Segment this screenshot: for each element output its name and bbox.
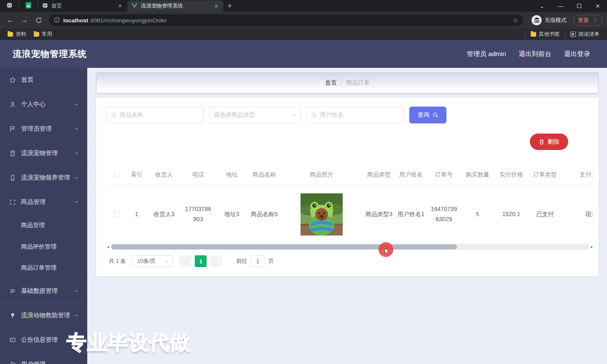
forward-icon[interactable]: → [19,14,30,26]
sidebar-item-label: 流浪宠物领养管理 [21,174,70,182]
scrollbar-track[interactable] [110,244,589,250]
incognito-icon [532,15,542,25]
close-tab-icon[interactable]: ✕ [117,3,123,9]
scrollbar-thumb[interactable] [111,244,457,249]
column-header: 商品照片 [280,164,363,186]
maximize-icon[interactable] [570,0,588,12]
vue-icon [132,3,137,10]
sidebar-item-admin-mgmt[interactable]: 管理员管理 [0,117,87,141]
bookmark-label: 资料 [16,31,26,38]
close-tab-icon[interactable]: ✕ [213,3,219,9]
adoption-doc-icon [9,174,16,181]
column-header: 索引 [126,164,147,186]
browser-toolbar: ← → localhost :8081/#/chongwuyongpinOrde… [0,12,607,29]
reload-icon[interactable] [33,14,45,26]
horizontal-scrollbar[interactable]: ◂ ▸ [107,244,593,250]
sidebar-subitem-label: 商品评价管理 [21,243,56,251]
scroll-left-icon[interactable]: ◂ [107,245,110,249]
watermark-text: 专业毕设代做 [67,329,191,356]
bookmark-folder-1[interactable]: 资料 [5,31,29,38]
cell-order-type: 已支付 [528,186,562,243]
delete-button[interactable]: 删除 [530,134,568,150]
product-type-select[interactable]: 请选择商品类型 [209,107,301,123]
bookmark-label: 常用 [42,31,52,38]
bookmark-folder-2[interactable]: 常用 [31,31,55,38]
prev-page-button[interactable]: ‹ [180,255,191,267]
search-icon [432,112,438,118]
table-row: 1 收货人3 17703786903 地址3 商品名称5 [107,186,593,243]
pinned-tab-2[interactable] [19,0,38,12]
users-icon [9,361,16,364]
address-bar[interactable]: localhost :8081/#/chongwuyongpinOrder ☆ [49,14,523,26]
reading-list[interactable]: 阅读清单 [568,31,602,38]
goto-page-input[interactable]: 1 [250,255,265,267]
tab-home[interactable]: 首页 ✕ [38,0,127,12]
product-name-input[interactable]: 商品名称 [106,107,204,123]
sidebar-item-label: 个人中心 [21,100,46,108]
sidebar-subitem-product-mgmt[interactable]: 商品管理 [0,214,87,236]
exit-to-front-link[interactable]: 退出到前台 [519,50,552,59]
scroll-right-icon[interactable]: ▸ [589,245,593,249]
sidebar-item-personal-center[interactable]: 个人中心 [0,92,87,117]
breadcrumb-home-link[interactable]: 首页 [325,79,337,87]
globe-icon [42,3,48,10]
user-name-input[interactable]: 用户姓名 [306,107,404,123]
column-header: 商品类型 [363,164,395,186]
pinned-tab-1[interactable] [0,0,19,12]
cell-pay-method: 现金 [562,186,593,243]
sidebar-item-base-data-mgmt[interactable]: 基础数据管理 [0,279,87,303]
back-icon[interactable]: ← [4,14,16,26]
sidebar-item-label: 首页 [21,76,33,84]
column-header: 商品名称 [248,164,280,186]
column-header: 订单类型 [528,164,562,186]
total-count: 共 1 条 [109,257,126,265]
sidebar-subitem-product-review-mgmt[interactable]: 商品评价管理 [0,236,87,257]
sidebar-item-adoption-mgmt[interactable]: 流浪宠物领养管理 [0,166,87,190]
page-size-value: 10条/页 [137,257,156,265]
update-button[interactable]: 更新 ⋮ [573,15,603,26]
search-icon [111,112,117,118]
kebab-menu-icon[interactable]: ⋮ [592,17,598,24]
tab-search-chevron-icon[interactable]: ⌄ [533,0,551,12]
sidebar-item-label: 流浪宠物管理 [21,149,58,157]
next-page-button[interactable]: › [210,255,222,267]
minimize-icon[interactable]: — [551,0,570,12]
url-path: :8081/#/chongwuyongpinOrder [89,17,167,24]
sidebar-item-label: 商品管理 [21,198,46,206]
incognito-indicator: 无痕模式 [527,15,571,25]
pagination: 共 1 条 10条/页 ‹ 1 › 前往 1 页 [109,255,274,267]
column-header: 收货人 [147,164,181,186]
logout-link[interactable]: 退出登录 [564,50,590,59]
bulb-icon [9,312,16,319]
sidebar-item-label: 公告信息管理 [21,336,58,344]
other-bookmarks[interactable]: 其他书签 [528,31,562,38]
sidebar-item-home[interactable]: 首页 [0,68,87,92]
sidebar-item-stray-pet-mgmt[interactable]: 流浪宠物管理 [0,141,87,166]
product-photo[interactable] [301,193,343,236]
info-icon[interactable] [54,17,60,24]
close-window-icon[interactable]: ✕ [588,0,607,12]
search-button[interactable]: 查询 [409,107,446,123]
sidebar-item-product-mgmt[interactable]: 商品管理 [0,190,87,214]
select-all-checkbox[interactable] [114,172,120,178]
cursor-highlight [379,242,393,257]
new-tab-button[interactable]: + [223,0,236,12]
bookmark-label: 阅读清单 [578,31,599,38]
chevron-down-icon [292,112,296,118]
app-header: 流浪宠物管理系统 管理员 admin 退出到前台 退出登录 [0,40,607,68]
row-checkbox[interactable] [114,211,120,217]
chevron-down-icon [74,102,79,107]
chevron-down-icon [74,126,79,131]
breadcrumb-separator: / [341,80,342,86]
trash-icon [539,139,545,145]
tab-app-active[interactable]: 流浪宠物管理系统 ✕ [127,0,223,12]
column-header: 用户姓名 [395,164,427,186]
sidebar-subitem-product-order-mgmt[interactable]: 商品订单管理 [0,257,87,279]
sidebar-item-rescue-mgmt[interactable]: 流浪动物救助管理 [0,303,87,328]
star-icon[interactable]: ☆ [513,17,518,24]
page-size-select[interactable]: 10条/页 [132,255,173,267]
bookmarks-bar: 资料 常用 其他书签 阅读清单 [0,29,607,40]
column-header: 电话 [181,164,215,186]
breadcrumb: 首页 / 商品订单 [96,72,599,94]
current-page-button[interactable]: 1 [195,255,207,267]
